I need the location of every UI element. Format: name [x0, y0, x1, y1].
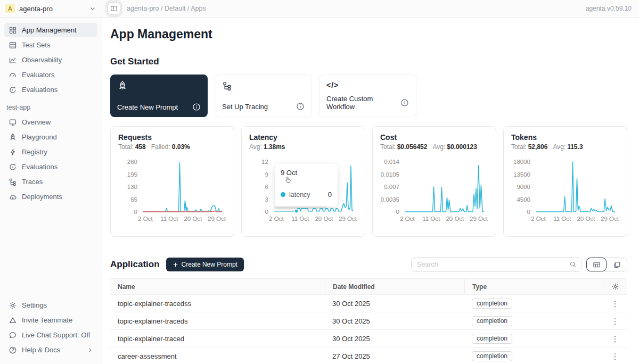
- stat-label: Total:: [118, 143, 134, 151]
- chart-plot[interactable]: [535, 158, 618, 213]
- create-new-prompt-card[interactable]: Create New Prompt: [110, 75, 208, 117]
- column-header-date[interactable]: Date Modified: [325, 279, 464, 294]
- sidebar-item-evaluations[interactable]: Evaluations: [4, 82, 97, 97]
- create-new-prompt-button[interactable]: Create New Prompt: [166, 258, 244, 271]
- sidebar-item-label: Help & Docs: [22, 346, 60, 354]
- app-name[interactable]: career-assessment: [110, 352, 325, 360]
- sidebar-item-label: App Management: [22, 26, 77, 34]
- set-up-tracing-card[interactable]: Set Up Tracing: [215, 75, 312, 117]
- sidebar-item-label: Observability: [22, 56, 62, 64]
- sidebar-item-overview[interactable]: Overview: [4, 115, 97, 129]
- column-header-type[interactable]: Type: [464, 279, 603, 294]
- kebab-menu-icon[interactable]: ⋮: [611, 335, 619, 343]
- sidebar-item-help-docs[interactable]: Help & Docs: [4, 343, 97, 357]
- column-settings[interactable]: [603, 279, 627, 294]
- x-tick: 20 Oct: [577, 216, 595, 222]
- y-tick: 6: [265, 183, 268, 191]
- x-axis: 2 Oct11 Oct20 Oct29 Oct: [535, 216, 618, 224]
- sidebar-item-evaluations-project[interactable]: Evaluations: [4, 160, 97, 174]
- table-row[interactable]: topic-explainer-traceds 30 Oct 2025 comp…: [110, 312, 627, 330]
- table-row[interactable]: career-assessment 27 Oct 2025 completion…: [110, 348, 627, 364]
- y-tick: 65: [130, 196, 137, 203]
- chart-stats: Total:$0.056452Avg:$0.000123: [380, 143, 488, 151]
- observability-charts: Requests Total:458Failed:0.03% 260195130…: [110, 126, 627, 237]
- breadcrumb[interactable]: agenta-pro / Default / Apps: [127, 5, 206, 12]
- card-view-icon: [613, 261, 621, 269]
- kebab-menu-icon[interactable]: ⋮: [611, 317, 619, 325]
- table-view-button[interactable]: [586, 258, 607, 271]
- app-name[interactable]: topic-explainer-traceds: [110, 317, 325, 325]
- sidebar-toggle-button[interactable]: [108, 2, 120, 15]
- y-tick: 9: [265, 171, 268, 178]
- sidebar-item-deployments[interactable]: Deployments: [4, 189, 97, 204]
- sidebar-item-test-sets[interactable]: Test Sets: [4, 38, 97, 52]
- y-tick: 0.0035: [381, 196, 399, 203]
- app-name[interactable]: topic-explainer-traced: [110, 335, 325, 343]
- search-input[interactable]: [417, 261, 569, 268]
- workspace-name: agenta-pro: [19, 5, 84, 13]
- search-box[interactable]: [411, 257, 581, 272]
- observability-icon: [9, 56, 17, 64]
- sidebar-item-label: Settings: [22, 301, 47, 309]
- x-tick: 29 Oct: [601, 216, 619, 222]
- y-tick: 260: [127, 158, 137, 166]
- app-date: 30 Oct 2025: [325, 335, 464, 343]
- chevron-right-icon: [87, 347, 93, 353]
- sidebar-item-label: Evaluations: [22, 163, 58, 171]
- invite-icon: [9, 316, 17, 325]
- gear-icon: [9, 301, 17, 310]
- chart-plot[interactable]: [404, 158, 487, 213]
- x-tick: 11 Oct: [422, 216, 440, 222]
- sidebar-item-traces[interactable]: Traces: [4, 175, 97, 189]
- stat-label: Avg:: [553, 143, 566, 151]
- sidebar-item-observability[interactable]: Observability: [4, 53, 97, 67]
- cloud-icon: [9, 193, 17, 201]
- kebab-menu-icon[interactable]: ⋮: [611, 352, 619, 360]
- table-header-row: Name Date Modified Type: [110, 279, 627, 295]
- x-tick: 2 Oct: [531, 216, 545, 222]
- sidebar-item-app-management[interactable]: App Management: [4, 23, 97, 37]
- y-tick: 4500: [517, 196, 530, 203]
- card-label: Set Up Tracing: [222, 103, 268, 111]
- sidebar-item-live-chat[interactable]: Live Chat Support: Off: [4, 328, 97, 342]
- traces-tree-icon: [9, 178, 17, 186]
- kebab-menu-icon[interactable]: ⋮: [611, 300, 619, 308]
- tooltip-series-row: latency 0: [281, 191, 332, 198]
- table-row[interactable]: topic-explainer-tracedss 30 Oct 2025 com…: [110, 295, 627, 312]
- table-row[interactable]: topic-explainer-traced 30 Oct 2025 compl…: [110, 330, 627, 348]
- y-axis: 260195130650: [118, 158, 142, 213]
- table-view-icon: [593, 261, 601, 269]
- sidebar-item-settings[interactable]: Settings: [4, 298, 97, 312]
- latency-chart-card: Latency Avg:1.38ms 129630 2 Oct11 Oct20 …: [241, 126, 365, 237]
- column-header-name[interactable]: Name: [110, 283, 325, 291]
- chart-plot[interactable]: [142, 158, 225, 213]
- sidebar-item-registry[interactable]: Registry: [4, 145, 97, 159]
- y-axis: 0.0140.01050.0070.00350: [380, 158, 404, 213]
- app-name[interactable]: topic-explainer-tracedss: [110, 300, 325, 308]
- stat-label: Avg:: [432, 143, 445, 151]
- tokens-chart-card: Tokens Total:52,806Avg:115.3 18000135009…: [503, 126, 627, 237]
- info-icon[interactable]: [400, 98, 409, 107]
- gauge-icon: [9, 71, 17, 79]
- requests-chart-card: Requests Total:458Failed:0.03% 260195130…: [110, 126, 234, 237]
- sidebar: App Management Test Sets Observability E…: [0, 18, 102, 364]
- sidebar-item-label: Evaluators: [22, 71, 54, 79]
- sidebar-item-evaluators[interactable]: Evaluators: [4, 68, 97, 82]
- sidebar-item-invite-teammate[interactable]: Invite Teammate: [4, 313, 97, 327]
- app-version: agenta v0.59.10: [586, 5, 639, 12]
- chart-title: Latency: [249, 133, 357, 142]
- sidebar-item-label: Deployments: [22, 193, 62, 201]
- create-custom-workflow-card[interactable]: </> Create Custom Workflow: [319, 75, 416, 117]
- sidebar-item-label: Test Sets: [22, 41, 50, 49]
- x-tick: 20 Oct: [446, 216, 464, 222]
- sidebar-project-label: test-app: [4, 97, 97, 115]
- info-icon[interactable]: [192, 103, 201, 111]
- get-started-cards: Create New Prompt Set Up Tracing </> Cre…: [110, 75, 627, 117]
- sidebar-item-playground[interactable]: Playground: [4, 130, 97, 144]
- view-toggle: [586, 257, 627, 272]
- create-button-label: Create New Prompt: [182, 261, 237, 268]
- card-view-button[interactable]: [607, 258, 627, 271]
- info-icon[interactable]: [296, 102, 305, 111]
- workspace-switcher[interactable]: A agenta-pro: [0, 4, 102, 13]
- y-tick: 0.0105: [381, 171, 399, 178]
